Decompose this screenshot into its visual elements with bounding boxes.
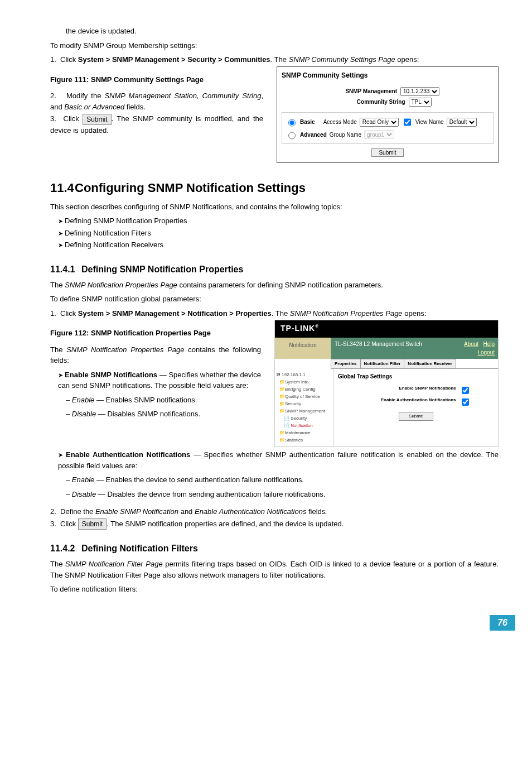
figure-112-caption: Figure 112: SNMP Notification Properties…: [50, 328, 261, 339]
group-select[interactable]: group1: [364, 130, 394, 139]
t: . The: [272, 309, 290, 318]
fig112-submit[interactable]: Submit: [399, 412, 433, 421]
group-label: Group Name: [330, 131, 361, 139]
t: and: [178, 507, 195, 516]
opt-disable: Disable — Disables SNMP notifications.: [66, 409, 261, 420]
topic-list: Defining SNMP Notification Properties De…: [58, 215, 499, 251]
t: The: [50, 281, 65, 289]
tree-stats[interactable]: Statistics: [276, 437, 332, 444]
topic-c: Defining Notification Receivers: [58, 239, 499, 251]
fig111-submit[interactable]: Submit: [371, 148, 403, 157]
tree-security[interactable]: Security: [276, 401, 332, 407]
tree-notification[interactable]: 📄 Notification: [276, 422, 332, 429]
advanced-radio[interactable]: [288, 131, 296, 140]
tree-ip[interactable]: 🖳 192.168.1.1: [276, 372, 332, 378]
p: The SNMP Notification Properties Page co…: [50, 280, 499, 291]
subsection-11-4-2: 11.4.2Defining Notification Filters: [50, 542, 499, 555]
bullet-enable-auth: Enable Authentication Notifications — Sp…: [58, 449, 499, 471]
sub-title: Defining SNMP Notification Properties: [81, 265, 243, 274]
tree-sysinfo[interactable]: System Info: [276, 379, 332, 386]
desc: The SNMP Notification Properties Page co…: [50, 344, 261, 366]
tab-receiver[interactable]: Notification Receiver: [404, 359, 456, 368]
f: Enable SNMP Notification: [95, 507, 178, 516]
about-link[interactable]: About: [464, 341, 478, 347]
opt-enable: Enable — Enables SNMP notifications.: [66, 395, 261, 406]
tree-bridging[interactable]: Bridging Config: [276, 386, 332, 393]
submit-button-inline[interactable]: Submit: [83, 114, 111, 125]
section-title: Configuring SNMP Notification Settings: [75, 181, 306, 195]
access-label: Access Mode: [323, 118, 357, 126]
basic-radio[interactable]: [288, 118, 296, 127]
fig111-title: SNMP Community Settings: [282, 70, 494, 80]
t: .: [325, 507, 327, 516]
t: fields.: [124, 103, 146, 111]
t: Click: [60, 55, 78, 64]
main-title: Global Trap Settings: [338, 372, 494, 381]
f2-label: Enable Authentication Notifications: [361, 397, 456, 407]
topic-a: Defining SNMP Notification Properties: [58, 215, 499, 227]
viewname-select[interactable]: Default: [447, 118, 477, 127]
f1-check[interactable]: [462, 387, 469, 394]
figure-111: SNMP Community Settings SNMP Management …: [277, 66, 499, 163]
page-name: SNMP Community Settings Page: [289, 55, 395, 64]
t: . The SNMP notification properties are d…: [107, 520, 344, 528]
mode-block: Basic Access Mode Read Only View Name De…: [282, 112, 494, 144]
subsection-11-4-1: 11.4.1Defining SNMP Notification Propert…: [50, 263, 499, 276]
tree-snmp[interactable]: SNMP Management: [276, 408, 332, 415]
h3a-step2: 2. Define the Enable SNMP Notification a…: [50, 506, 499, 517]
p: To define SNMP notification global param…: [50, 294, 499, 305]
cs-select[interactable]: TPL: [409, 98, 432, 107]
t: Click: [60, 520, 78, 528]
advanced-label: Advanced: [300, 131, 327, 139]
tplink-logo: TP-LINK®: [275, 320, 498, 338]
page-number: 76: [490, 615, 515, 631]
t: The: [50, 560, 65, 568]
intro-modify: To modify SNMP Group Membership settings…: [50, 40, 499, 51]
tree-maint[interactable]: Maintenance: [276, 430, 332, 436]
viewname-check[interactable]: [404, 118, 411, 127]
page-footer: 76: [50, 617, 499, 631]
logout-link[interactable]: Logout: [477, 348, 495, 357]
t: — Enables SNMP notifications.: [94, 396, 197, 404]
t: Click: [64, 114, 83, 123]
section-num: 11.4: [50, 179, 75, 197]
tab-properties[interactable]: Properties: [331, 359, 361, 368]
p: The SNMP Notification Filter Page permit…: [50, 559, 499, 580]
nav-title: Notification: [275, 338, 331, 359]
page-name: SNMP Notification Properties Page: [290, 309, 403, 318]
sub-num2: 11.4.2: [50, 542, 81, 555]
path: System > SNMP Management > Notification …: [78, 309, 272, 318]
figure-111-caption: Figure 111: SNMP Community Settings Page: [50, 74, 263, 85]
v: Disable: [72, 490, 96, 498]
lbl: Enable SNMP Notifications: [65, 371, 157, 379]
mgmt-label: SNMP Management: [336, 87, 397, 95]
step-2: 2. Modify the SNMP Management Station, C…: [50, 90, 263, 112]
sub-title2: Defining Notification Filters: [81, 544, 198, 553]
t: — Disables SNMP notifications.: [96, 410, 200, 418]
lbl: Enable Authentication Notifications: [66, 450, 190, 459]
f2-check[interactable]: [462, 398, 469, 406]
v: Enable: [72, 475, 94, 484]
bullet-enable-snmp: Enable SNMP Notifications — Specifies wh…: [58, 369, 261, 391]
access-select[interactable]: Read Only: [360, 118, 399, 127]
tree-qos[interactable]: Quality of Service: [276, 393, 332, 400]
help-link[interactable]: Help: [483, 341, 495, 347]
fields2: Basic or Advanced: [64, 103, 124, 111]
t: fields: [306, 507, 325, 516]
t: — Disables the device from sending authe…: [96, 490, 325, 498]
tree-snmp-sec[interactable]: 📄 Security: [276, 415, 332, 422]
path: System > SNMP Management > Security > Co…: [78, 55, 270, 64]
fields: SNMP Management Station, Community Strin…: [104, 92, 261, 100]
t: Modify the: [66, 92, 104, 100]
section-intro: This section describes configuring of SN…: [50, 201, 499, 213]
t: contains parameters for defining SNMP no…: [177, 281, 383, 289]
v: Enable: [72, 396, 94, 404]
mgmt-select[interactable]: 10.1.2.233: [400, 87, 439, 96]
submit-button-inline-2[interactable]: Submit: [78, 518, 107, 530]
continuation-text: the device is updated.: [66, 26, 499, 37]
tab-filter[interactable]: Notification Filter: [360, 359, 405, 368]
h3a-step3: 3. Click Submit. The SNMP notification p…: [50, 518, 499, 530]
f: Enable Authentication Notifications: [195, 507, 306, 516]
f1-label: Enable SNMP Notifications: [361, 385, 456, 396]
section-11-4: 11.4Configuring SNMP Notification Settin…: [50, 179, 499, 197]
